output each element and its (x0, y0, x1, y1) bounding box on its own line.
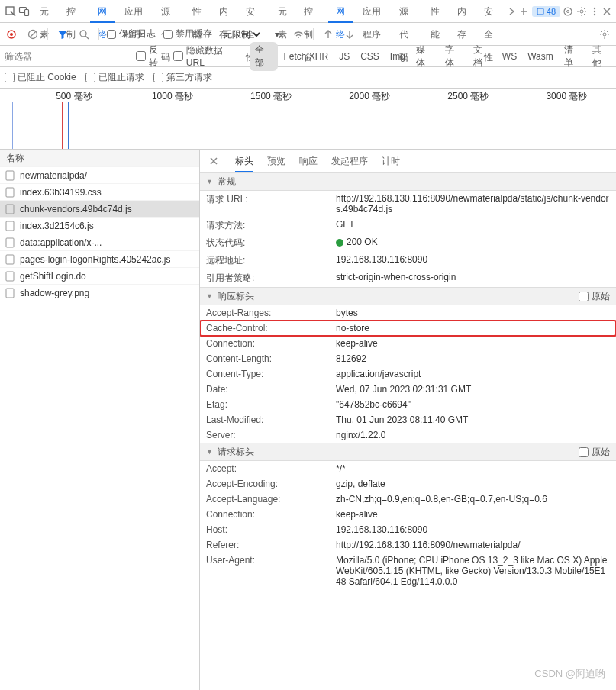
file-icon (5, 170, 15, 181)
detail-tab[interactable]: 响应 (299, 150, 318, 172)
section-header[interactable]: ▼响应标头原始 (200, 287, 616, 305)
kv-key: Cache-Control: (206, 323, 336, 334)
download-icon[interactable] (343, 27, 356, 41)
clear-icon[interactable] (26, 27, 40, 41)
filter-icon[interactable] (56, 27, 69, 41)
hide-data-url-checkbox[interactable]: 隐藏数据 URL (173, 44, 243, 68)
request-row[interactable]: newmaterialpda/ (0, 166, 199, 183)
request-list: 名称 newmaterialpda/index.63b34199.csschun… (0, 150, 200, 690)
add-tab-icon[interactable] (519, 2, 529, 21)
svg-point-11 (10, 33, 13, 36)
search-icon[interactable] (77, 27, 91, 41)
blocked-cookie-checkbox[interactable]: 已阻止 Cookie (5, 71, 76, 84)
section-header[interactable]: ▼常规 (200, 172, 616, 191)
kv-row: Accept-Encoding:gzip, deflate (200, 476, 616, 492)
top-tab[interactable]: 性能 (423, 0, 448, 23)
top-tab[interactable]: 内存 (450, 0, 475, 23)
top-tab[interactable]: 源代码 (392, 0, 421, 23)
top-tab-源代码[interactable]: 源代码 (153, 0, 183, 23)
request-row[interactable]: index.3d2154c6.js (0, 217, 199, 234)
more-tabs-icon[interactable] (508, 2, 518, 21)
top-tab[interactable]: 元素 (270, 0, 295, 23)
kv-row: 状态代码:200 OK (200, 234, 616, 252)
kv-value: 192.168.130.116:8090 (336, 524, 610, 535)
filter-input[interactable] (0, 46, 130, 66)
request-row[interactable]: data:application/x-... (0, 234, 199, 250)
type-chip[interactable]: Fetch/XHR (278, 50, 334, 63)
top-tab-元素[interactable]: 元素 (32, 0, 57, 23)
detail-tab[interactable]: 计时 (382, 150, 400, 172)
request-name: newmaterialpda/ (20, 170, 87, 181)
third-party-checkbox[interactable]: 第三方请求 (153, 71, 212, 84)
kv-value: 192.168.130.116:8090 (336, 254, 610, 267)
raw-checkbox[interactable]: 原始 (579, 446, 610, 459)
toolbar-settings-icon[interactable] (598, 27, 611, 41)
type-chip[interactable]: Img (385, 50, 411, 63)
disable-cache-checkbox[interactable]: 禁用缓存 (163, 27, 212, 40)
svg-rect-21 (6, 221, 14, 231)
top-tab[interactable]: 安全性 (476, 0, 506, 23)
svg-rect-18 (6, 171, 14, 180)
blocked-request-checkbox[interactable]: 已阻止请求 (85, 71, 144, 84)
kv-value: bytes (336, 308, 610, 318)
throttle-caret-icon[interactable]: ▾ (270, 27, 284, 41)
device-toggle-icon[interactable] (18, 2, 31, 21)
top-tab-控制台[interactable]: 控制台 (59, 0, 89, 23)
detail-tab[interactable]: 发起程序 (331, 150, 368, 172)
file-icon (5, 187, 15, 198)
type-chip[interactable]: CSS (355, 50, 385, 63)
kv-value: http://192.168.130.116:8090/newmaterialp… (336, 193, 610, 214)
kv-row: 请求 URL:http://192.168.130.116:8090/newma… (200, 191, 616, 217)
request-row[interactable]: getShiftLogin.do (0, 267, 199, 284)
preserve-log-checkbox[interactable]: 保留日志 (107, 27, 156, 40)
top-tab[interactable]: 应用程序 (355, 0, 390, 23)
type-chip[interactable]: WS (497, 50, 522, 63)
top-tab-性能[interactable]: 性能 (185, 0, 210, 23)
top-tab[interactable]: 控制台 (296, 0, 326, 23)
request-row[interactable]: index.63b34199.css (0, 183, 199, 200)
invert-checkbox[interactable]: 反转 (136, 44, 167, 69)
timeline-overview[interactable]: 500 毫秒1000 毫秒1500 毫秒2000 毫秒2500 毫秒3000 毫… (0, 89, 616, 150)
top-tab-安全性[interactable]: 安全性 (238, 0, 268, 23)
type-chip[interactable]: 媒体 (411, 42, 440, 71)
type-chip[interactable]: JS (334, 50, 355, 63)
close-icon[interactable] (601, 2, 611, 21)
top-tab-网络[interactable]: 网络 (90, 0, 115, 23)
wifi-icon[interactable] (292, 27, 305, 41)
upload-icon[interactable] (321, 27, 335, 41)
request-row[interactable]: pages-login-logonRights.405242ac.js (0, 250, 199, 267)
close-detail-icon[interactable] (206, 153, 221, 169)
type-chip[interactable]: 清单 (559, 42, 588, 71)
inspect-icon[interactable] (5, 2, 17, 21)
request-row[interactable]: shadow-grey.png (0, 284, 199, 301)
name-column-header[interactable]: 名称 (0, 150, 199, 166)
kv-value: keep-alive (336, 338, 610, 349)
detail-tab[interactable]: 标头 (235, 150, 253, 172)
triangle-icon: ▼ (206, 292, 213, 300)
gear-icon[interactable] (562, 2, 574, 21)
detail-tab[interactable]: 预览 (267, 150, 285, 172)
kv-value: 812692 (336, 353, 610, 364)
type-chip[interactable]: 字体 (440, 42, 469, 71)
issues-badge[interactable]: 48 (532, 6, 560, 17)
top-tab-应用程序[interactable]: 应用程序 (117, 0, 152, 23)
top-tab[interactable]: 网络 (328, 0, 353, 23)
settings-icon[interactable] (576, 2, 588, 21)
type-chip[interactable]: 全部 (250, 42, 279, 71)
type-chip[interactable]: 文档 (468, 42, 497, 71)
kv-key: Accept-Ranges: (206, 308, 336, 318)
kebab-icon[interactable] (589, 2, 600, 21)
type-chip[interactable]: Wasm (522, 50, 559, 63)
kv-key: 请求方法: (206, 219, 336, 232)
kv-value: nginx/1.22.0 (336, 430, 610, 440)
section-header[interactable]: ▼请求标头原始 (200, 443, 616, 461)
top-tab-内存[interactable]: 内存 (211, 0, 237, 23)
svg-line-15 (85, 36, 89, 39)
type-chip[interactable]: 其他 (587, 42, 616, 71)
request-row[interactable]: chunk-vendors.49b4c74d.js (0, 200, 199, 217)
kv-row: Content-Type:application/javascript (200, 366, 616, 382)
raw-checkbox[interactable]: 原始 (579, 290, 610, 303)
kv-key: 请求 URL: (206, 193, 336, 214)
throttle-select[interactable]: 无限制 (220, 28, 263, 40)
record-icon[interactable] (5, 27, 18, 41)
